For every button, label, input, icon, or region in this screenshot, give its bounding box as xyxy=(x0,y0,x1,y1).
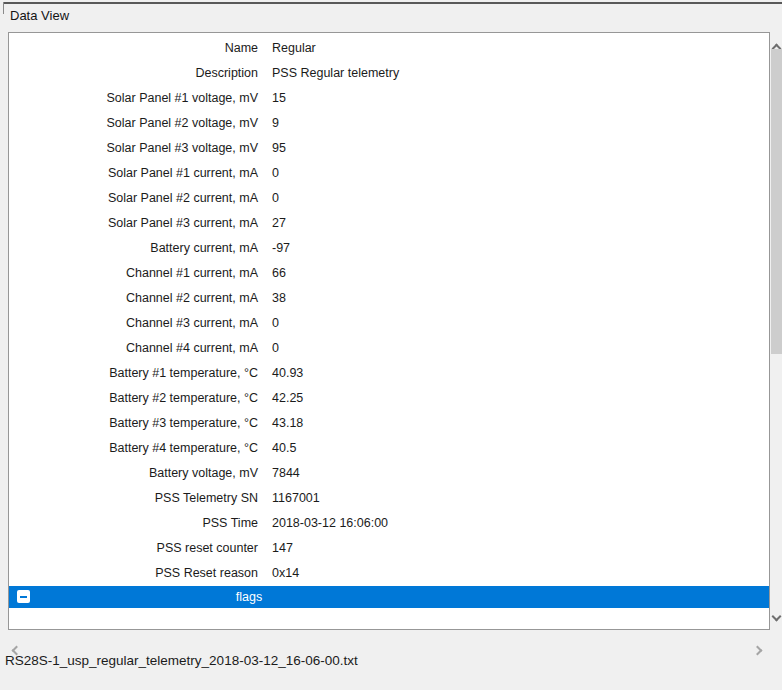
row-value: -97 xyxy=(272,241,290,255)
table-row[interactable]: Solar Panel #3 current, mA 27 xyxy=(9,210,769,235)
data-rows: Name Regular Description PSS Regular tel… xyxy=(9,33,769,585)
row-value: 0 xyxy=(272,191,279,205)
minus-icon xyxy=(20,596,27,598)
row-value: 0 xyxy=(272,316,279,330)
vertical-scrollbar[interactable] xyxy=(771,32,782,631)
row-label: Battery #3 temperature, °C xyxy=(9,416,258,430)
groupbox-top-border xyxy=(3,2,782,4)
row-value: 2018-03-12 16:06:00 xyxy=(272,516,388,530)
row-value: 40.93 xyxy=(272,366,303,380)
vertical-scrollbar-thumb[interactable] xyxy=(771,49,782,354)
row-label: Channel #3 current, mA xyxy=(9,316,258,330)
row-value: 66 xyxy=(272,266,286,280)
row-label: Battery #4 temperature, °C xyxy=(9,441,258,455)
row-label: Solar Panel #1 current, mA xyxy=(9,166,258,180)
row-label: PSS Reset reason xyxy=(9,566,258,580)
row-label: Channel #1 current, mA xyxy=(9,266,258,280)
row-label: Description xyxy=(9,66,258,80)
table-row[interactable]: Battery #1 temperature, °C 40.93 xyxy=(9,360,769,385)
row-value: 38 xyxy=(272,291,286,305)
table-row[interactable]: Name Regular xyxy=(9,35,769,60)
groupbox-left-border xyxy=(3,2,4,14)
row-value: 9 xyxy=(272,116,279,130)
row-label: Solar Panel #2 voltage, mV xyxy=(9,116,258,130)
table-row[interactable]: Solar Panel #3 voltage, mV 95 xyxy=(9,135,769,160)
group-row-label: flags xyxy=(236,590,262,604)
row-label: Solar Panel #1 voltage, mV xyxy=(9,91,258,105)
row-value: 40.5 xyxy=(272,441,296,455)
row-label: Battery #2 temperature, °C xyxy=(9,391,258,405)
row-label: Name xyxy=(9,41,258,55)
panel-title: Data View xyxy=(10,8,69,23)
table-row[interactable]: Battery current, mA -97 xyxy=(9,235,769,260)
table-row[interactable]: Solar Panel #1 voltage, mV 15 xyxy=(9,85,769,110)
row-label: Battery current, mA xyxy=(9,241,258,255)
row-value: PSS Regular telemetry xyxy=(272,66,399,80)
row-label: PSS reset counter xyxy=(9,541,258,555)
table-row[interactable]: Solar Panel #1 current, mA 0 xyxy=(9,160,769,185)
row-label: Battery #1 temperature, °C xyxy=(9,366,258,380)
row-label: Channel #2 current, mA xyxy=(9,291,258,305)
table-row[interactable]: Battery voltage, mV 7844 xyxy=(9,460,769,485)
row-value: 1167001 xyxy=(272,491,320,505)
table-row[interactable]: PSS Reset reason 0x14 xyxy=(9,560,769,585)
table-row[interactable]: Description PSS Regular telemetry xyxy=(9,60,769,85)
row-label: Solar Panel #3 voltage, mV xyxy=(9,141,258,155)
table-row[interactable]: PSS Time 2018-03-12 16:06:00 xyxy=(9,510,769,535)
row-value: 43.18 xyxy=(272,416,303,430)
row-label: Channel #4 current, mA xyxy=(9,341,258,355)
table-row[interactable]: Channel #2 current, mA 38 xyxy=(9,285,769,310)
row-label: PSS Telemetry SN xyxy=(9,491,258,505)
row-value: 0 xyxy=(272,166,279,180)
table-row[interactable]: Battery #4 temperature, °C 40.5 xyxy=(9,435,769,460)
table-row[interactable]: Channel #3 current, mA 0 xyxy=(9,310,769,335)
table-row[interactable]: Solar Panel #2 voltage, mV 9 xyxy=(9,110,769,135)
scroll-down-icon[interactable] xyxy=(772,612,782,622)
table-row[interactable]: PSS reset counter 147 xyxy=(9,535,769,560)
table-row[interactable]: Battery #3 temperature, °C 43.18 xyxy=(9,410,769,435)
data-view-table: Name Regular Description PSS Regular tel… xyxy=(8,32,770,630)
table-row[interactable]: Channel #4 current, mA 0 xyxy=(9,335,769,360)
table-row[interactable]: PSS Telemetry SN 1167001 xyxy=(9,485,769,510)
row-value: 27 xyxy=(272,216,286,230)
row-value: 0 xyxy=(272,341,279,355)
row-label: PSS Time xyxy=(9,516,258,530)
table-row[interactable]: Channel #1 current, mA 66 xyxy=(9,260,769,285)
row-value: 95 xyxy=(272,141,286,155)
collapse-icon[interactable] xyxy=(17,590,30,603)
row-value: 15 xyxy=(272,91,286,105)
row-value: Regular xyxy=(272,41,316,55)
group-row-flags[interactable]: flags xyxy=(9,586,769,608)
row-label: Solar Panel #3 current, mA xyxy=(9,216,258,230)
table-row[interactable]: Battery #2 temperature, °C 42.25 xyxy=(9,385,769,410)
row-label: Solar Panel #2 current, mA xyxy=(9,191,258,205)
status-filename: RS28S-1_usp_regular_telemetry_2018-03-12… xyxy=(5,653,358,668)
row-value: 147 xyxy=(272,541,293,555)
row-label: Battery voltage, mV xyxy=(9,466,258,480)
row-value: 42.25 xyxy=(272,391,303,405)
table-row[interactable]: Solar Panel #2 current, mA 0 xyxy=(9,185,769,210)
row-value: 0x14 xyxy=(272,566,299,580)
scroll-right-icon[interactable] xyxy=(754,640,761,658)
row-value: 7844 xyxy=(272,466,300,480)
